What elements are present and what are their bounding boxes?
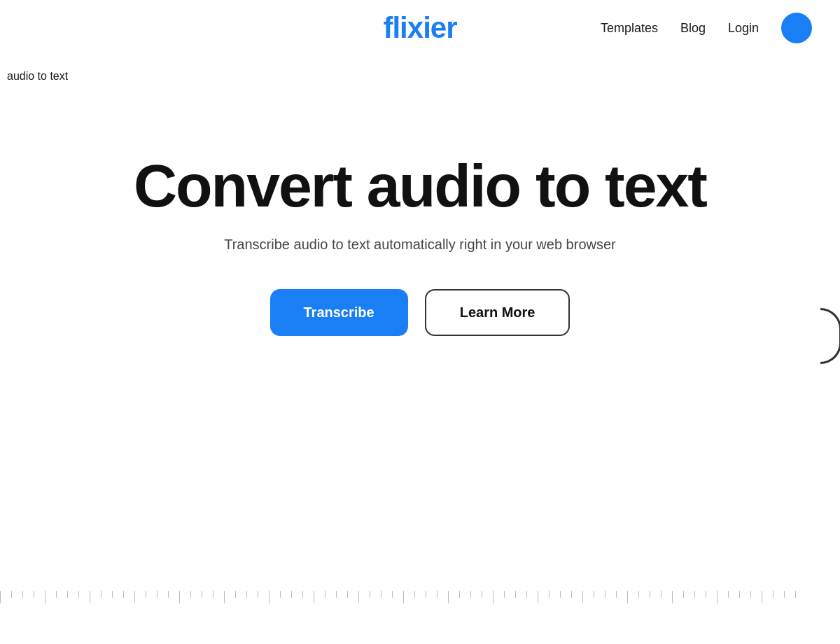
ruler-tick (661, 591, 662, 598)
ruler-tick (347, 591, 348, 598)
ruler-tick (269, 591, 270, 603)
ruler-tick (448, 591, 449, 603)
ruler-tick (280, 591, 281, 598)
navbar: flixier Templates Blog Login (0, 0, 840, 56)
ruler-tick (605, 591, 606, 598)
ruler-tick (67, 591, 68, 598)
ruler-tick (493, 591, 493, 603)
ruler-tick (762, 591, 762, 603)
ruler-tick (437, 591, 438, 598)
ruler-tick (515, 591, 516, 598)
transcribe-button[interactable]: Transcribe (270, 289, 408, 336)
hero-title: Convert audio to text (134, 154, 706, 217)
ruler-tick (403, 591, 404, 603)
ruler-tick (224, 591, 225, 603)
brand-logo[interactable]: flixier (383, 11, 456, 45)
breadcrumb-text: audio to text (7, 70, 68, 82)
ruler-tick (112, 591, 113, 598)
ruler-tick (0, 591, 1, 603)
ruler-tick (728, 591, 729, 598)
learn-more-button[interactable]: Learn More (425, 289, 570, 336)
ruler-tick (78, 591, 79, 598)
nav-right: Templates Blog Login (601, 13, 812, 43)
ruler-tick (22, 591, 23, 598)
ruler-tick (414, 591, 415, 598)
ruler-tick (795, 591, 796, 598)
ruler-tick (616, 591, 617, 598)
nav-avatar[interactable] (781, 13, 812, 43)
ruler-tick (34, 591, 34, 598)
ruler-tick (157, 591, 158, 598)
nav-login-link[interactable]: Login (728, 21, 759, 36)
ruler-tick (571, 591, 572, 598)
ruler-tick (179, 591, 180, 603)
nav-blog-link[interactable]: Blog (680, 21, 706, 36)
ruler-tick (258, 591, 258, 598)
ruler-tick (627, 591, 628, 603)
ruler-tick (325, 591, 326, 598)
ruler-tick (594, 591, 594, 598)
ruler-tick (650, 591, 650, 598)
nav-templates-link[interactable]: Templates (601, 21, 658, 36)
ruler-tick (190, 591, 191, 598)
ruler-tick (773, 591, 774, 598)
ruler-tick (683, 591, 684, 598)
ruler: // Generate ruler ticks dynamically cons… (0, 588, 840, 616)
hero-buttons: Transcribe Learn More (270, 289, 570, 336)
ruler-tick (213, 591, 214, 598)
ruler-tick (146, 591, 146, 598)
ruler-tick (370, 591, 370, 598)
ruler-tick (336, 591, 337, 598)
ruler-tick (504, 591, 505, 598)
breadcrumb: audio to text (0, 70, 68, 83)
ruler-tick (235, 591, 236, 598)
ruler-tick (470, 591, 471, 598)
ruler-tick (482, 591, 482, 598)
ruler-tick (123, 591, 124, 598)
ruler-tick (672, 591, 673, 603)
ruler-tick (11, 591, 12, 598)
ruler-tick (582, 591, 583, 603)
ruler-tick (426, 591, 426, 598)
ruler-tick (739, 591, 740, 598)
ruler-tick (134, 591, 135, 603)
ruler-tick (717, 591, 718, 603)
ruler-tick (291, 591, 292, 598)
ruler-tick (56, 591, 57, 598)
ruler-tick (168, 591, 169, 598)
ruler-tick (90, 591, 90, 603)
ruler-tick (392, 591, 393, 598)
ruler-tick (302, 591, 303, 598)
side-decoration (820, 308, 840, 364)
ruler-tick (638, 591, 639, 598)
ruler-tick (694, 591, 695, 598)
ruler-tick (560, 591, 561, 598)
ruler-tick (246, 591, 247, 598)
ruler-tick (101, 591, 102, 598)
ruler-tick (526, 591, 527, 598)
ruler-tick (358, 591, 359, 603)
ruler-tick (750, 591, 751, 598)
ruler-tick (549, 591, 550, 598)
ruler-tick (202, 591, 202, 598)
ruler-tick (784, 591, 785, 598)
ruler-tick (381, 591, 382, 598)
hero-section: Convert audio to text Transcribe audio t… (0, 56, 840, 336)
ruler-tick (706, 591, 706, 598)
ruler-tick (314, 591, 314, 603)
ruler-tick (538, 591, 538, 603)
hero-subtitle: Transcribe audio to text automatically r… (224, 237, 616, 253)
ruler-tick (459, 591, 460, 598)
ruler-tick (45, 591, 46, 603)
